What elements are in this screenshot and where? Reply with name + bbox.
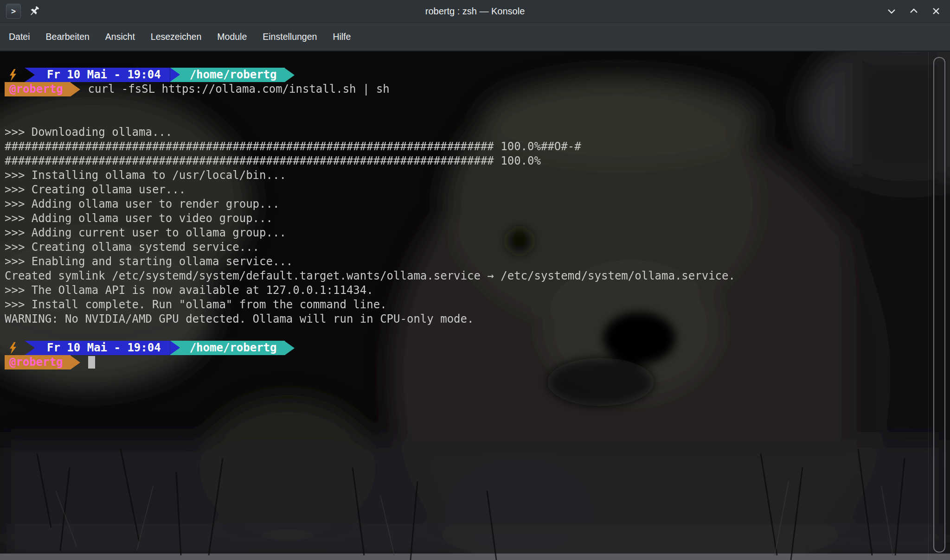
bolt-icon bbox=[8, 69, 19, 82]
powerline-arrow-icon bbox=[170, 341, 180, 355]
prompt-datetime: Fr 10 Mai - 19:04 bbox=[47, 341, 161, 355]
powerline-arrow-icon bbox=[71, 356, 80, 369]
menu-lesezeichen[interactable]: Lesezeichen bbox=[145, 28, 208, 46]
terminal-area[interactable]: Fr 10 Mai - 19:04 /home/robertg @robertg… bbox=[0, 51, 950, 560]
menubar: Datei Bearbeiten Ansicht Lesezeichen Mod… bbox=[0, 23, 950, 51]
bolt-icon bbox=[8, 342, 19, 355]
output-line: >>> Adding ollama user to render group..… bbox=[5, 197, 950, 211]
minimize-button[interactable] bbox=[885, 5, 898, 18]
output-line: >>> Adding current user to ollama group.… bbox=[5, 226, 950, 240]
output-line: >>> Install complete. Run "ollama" from … bbox=[5, 298, 950, 312]
powerline-arrow-icon bbox=[285, 341, 295, 355]
prompt-cwd: /home/robertg bbox=[190, 68, 277, 82]
output-line bbox=[5, 111, 950, 125]
output-line: >>> Creating ollama user... bbox=[5, 183, 950, 197]
prompt-user: @robertg bbox=[9, 82, 63, 96]
input-line[interactable]: @robertg bbox=[5, 355, 950, 369]
prompt-cwd-segment: /home/robertg bbox=[170, 68, 285, 82]
close-button[interactable] bbox=[930, 5, 943, 18]
menu-einstellungen[interactable]: Einstellungen bbox=[257, 28, 323, 46]
scrollbar-track[interactable] bbox=[928, 51, 950, 560]
output-line bbox=[5, 326, 950, 341]
terminal-cursor bbox=[88, 356, 95, 369]
terminal-content: Fr 10 Mai - 19:04 /home/robertg @robertg… bbox=[0, 51, 950, 560]
menu-datei[interactable]: Datei bbox=[3, 28, 36, 46]
powerline-arrow-icon bbox=[285, 68, 295, 82]
prompt-cwd-segment: /home/robertg bbox=[170, 341, 285, 355]
maximize-button[interactable] bbox=[907, 5, 920, 18]
powerline-arrow-icon bbox=[71, 83, 80, 96]
prompt-user-segment: @robertg bbox=[5, 355, 71, 369]
menu-hilfe[interactable]: Hilfe bbox=[327, 28, 357, 46]
output-line: >>> Installing ollama to /usr/local/bin.… bbox=[5, 168, 950, 183]
menu-bearbeiten[interactable]: Bearbeiten bbox=[40, 28, 96, 46]
prompt-datetime-segment: Fr 10 Mai - 19:04 bbox=[25, 68, 170, 82]
menu-module[interactable]: Module bbox=[211, 28, 253, 46]
command-text: curl -fsSL https://ollama.com/install.sh… bbox=[88, 82, 390, 96]
prompt-line: Fr 10 Mai - 19:04 /home/robertg bbox=[5, 341, 950, 355]
konsole-window: > robertg : zsh — Konsole bbox=[0, 0, 950, 560]
output-line: >>> Enabling and starting ollama service… bbox=[5, 255, 950, 269]
output-line: Created symlink /etc/systemd/system/defa… bbox=[5, 269, 950, 283]
window-title: robertg : zsh — Konsole bbox=[0, 6, 950, 17]
output-line: >>> Downloading ollama... bbox=[5, 125, 950, 140]
prompt-datetime: Fr 10 Mai - 19:04 bbox=[47, 68, 161, 82]
output-line-warning: WARNING: No NVIDIA/AMD GPU detected. Oll… bbox=[5, 312, 950, 326]
output-line-progress: ########################################… bbox=[5, 140, 950, 154]
titlebar[interactable]: > robertg : zsh — Konsole bbox=[0, 0, 950, 23]
prompt-user-segment: @robertg bbox=[5, 82, 71, 96]
menu-ansicht[interactable]: Ansicht bbox=[99, 28, 141, 46]
output-line: >>> Creating ollama systemd service... bbox=[5, 240, 950, 255]
output-line-progress: ########################################… bbox=[5, 154, 950, 168]
output-line bbox=[5, 96, 950, 111]
output-line: >>> Adding ollama user to video group... bbox=[5, 211, 950, 226]
command-line: @robertg curl -fsSL https://ollama.com/i… bbox=[5, 82, 950, 96]
prompt-user: @robertg bbox=[9, 355, 63, 369]
prompt-cwd: /home/robertg bbox=[190, 341, 277, 355]
prompt-datetime-segment: Fr 10 Mai - 19:04 bbox=[25, 341, 170, 355]
scrollbar-handle[interactable] bbox=[933, 57, 945, 553]
prompt-line: Fr 10 Mai - 19:04 /home/robertg bbox=[5, 68, 950, 82]
output-line: >>> The Ollama API is now available at 1… bbox=[5, 283, 950, 298]
powerline-arrow-icon bbox=[170, 68, 180, 82]
